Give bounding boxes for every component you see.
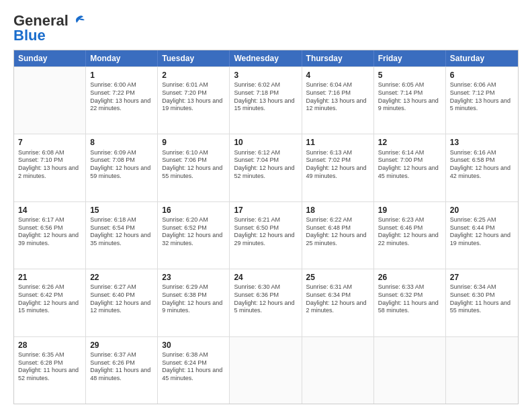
cell-info: Sunrise: 6:21 AM Sunset: 6:50 PM Dayligh…: [234, 216, 297, 248]
sunrise-label: Sunrise: 6:14 AM: [378, 149, 425, 156]
calendar-cell-15: 15 Sunrise: 6:18 AM Sunset: 6:54 PM Dayl…: [86, 202, 158, 269]
sunset-label: Sunset: 7:20 PM: [162, 89, 207, 96]
calendar-row-4: 28 Sunrise: 6:35 AM Sunset: 6:28 PM Dayl…: [14, 336, 518, 404]
calendar-cell-24: 24 Sunrise: 6:30 AM Sunset: 6:36 PM Dayl…: [230, 269, 302, 336]
day-number: 3: [234, 70, 297, 81]
calendar-cell-empty-0-0: [14, 67, 86, 134]
weekday-header-friday: Friday: [374, 50, 446, 66]
calendar: SundayMondayTuesdayWednesdayThursdayFrid…: [13, 50, 519, 404]
sunrise-label: Sunrise: 6:12 AM: [234, 149, 280, 156]
calendar-cell-4: 4 Sunrise: 6:04 AM Sunset: 7:16 PM Dayli…: [302, 67, 374, 134]
daylight-label: Daylight: 12 hours and 19 minutes.: [450, 232, 511, 246]
sunrise-label: Sunrise: 6:20 AM: [162, 216, 208, 223]
sunrise-label: Sunrise: 6:37 AM: [90, 351, 136, 358]
sunrise-label: Sunrise: 6:09 AM: [90, 149, 136, 156]
cell-info: Sunrise: 6:23 AM Sunset: 6:46 PM Dayligh…: [378, 216, 441, 248]
sunset-label: Sunset: 7:18 PM: [234, 89, 279, 96]
calendar-cell-17: 17 Sunrise: 6:21 AM Sunset: 6:50 PM Dayl…: [230, 202, 302, 269]
sunrise-label: Sunrise: 6:38 AM: [162, 351, 208, 358]
sunset-label: Sunset: 6:44 PM: [450, 224, 495, 231]
calendar-cell-14: 14 Sunrise: 6:17 AM Sunset: 6:56 PM Dayl…: [14, 202, 86, 269]
cell-info: Sunrise: 6:30 AM Sunset: 6:36 PM Dayligh…: [234, 283, 297, 315]
calendar-cell-7: 7 Sunrise: 6:08 AM Sunset: 7:10 PM Dayli…: [14, 134, 86, 201]
cell-info: Sunrise: 6:34 AM Sunset: 6:30 PM Dayligh…: [450, 283, 514, 315]
cell-info: Sunrise: 6:33 AM Sunset: 6:32 PM Dayligh…: [378, 283, 441, 315]
cell-info: Sunrise: 6:10 AM Sunset: 7:06 PM Dayligh…: [162, 149, 225, 181]
sunset-label: Sunset: 6:30 PM: [450, 291, 495, 298]
calendar-cell-18: 18 Sunrise: 6:22 AM Sunset: 6:48 PM Dayl…: [302, 202, 374, 269]
daylight-label: Daylight: 12 hours and 15 minutes.: [18, 300, 79, 314]
calendar-cell-25: 25 Sunrise: 6:31 AM Sunset: 6:34 PM Dayl…: [302, 269, 374, 336]
sunrise-label: Sunrise: 6:08 AM: [18, 149, 64, 156]
daylight-label: Daylight: 11 hours and 48 minutes.: [90, 367, 150, 381]
sunset-label: Sunset: 6:58 PM: [450, 156, 495, 163]
day-number: 29: [90, 340, 153, 351]
day-number: 25: [306, 272, 369, 283]
sunset-label: Sunset: 7:04 PM: [234, 156, 279, 163]
calendar-cell-22: 22 Sunrise: 6:27 AM Sunset: 6:40 PM Dayl…: [86, 269, 158, 336]
day-number: 1: [90, 70, 153, 81]
logo-bird-icon: [70, 13, 85, 28]
day-number: 26: [378, 272, 441, 283]
sunset-label: Sunset: 6:32 PM: [378, 291, 423, 298]
sunrise-label: Sunrise: 6:04 AM: [306, 81, 353, 88]
daylight-label: Daylight: 12 hours and 9 minutes.: [162, 300, 222, 314]
sunrise-label: Sunrise: 6:18 AM: [90, 216, 136, 223]
daylight-label: Daylight: 11 hours and 55 minutes.: [450, 300, 511, 314]
sunrise-label: Sunrise: 6:31 AM: [306, 283, 353, 290]
cell-info: Sunrise: 6:25 AM Sunset: 6:44 PM Dayligh…: [450, 216, 514, 248]
sunrise-label: Sunrise: 6:21 AM: [234, 216, 280, 223]
sunset-label: Sunset: 7:08 PM: [90, 156, 135, 163]
calendar-cell-20: 20 Sunrise: 6:25 AM Sunset: 6:44 PM Dayl…: [446, 202, 518, 269]
day-number: 30: [162, 340, 225, 351]
day-number: 18: [306, 205, 369, 216]
calendar-row-0: 1 Sunrise: 6:00 AM Sunset: 7:22 PM Dayli…: [14, 66, 518, 134]
sunset-label: Sunset: 6:48 PM: [306, 224, 351, 231]
calendar-cell-10: 10 Sunrise: 6:12 AM Sunset: 7:04 PM Dayl…: [230, 134, 302, 201]
day-number: 5: [378, 70, 441, 81]
calendar-cell-29: 29 Sunrise: 6:37 AM Sunset: 6:26 PM Dayl…: [86, 337, 158, 404]
weekday-header-saturday: Saturday: [446, 50, 518, 66]
calendar-cell-9: 9 Sunrise: 6:10 AM Sunset: 7:06 PM Dayli…: [158, 134, 230, 201]
sunrise-label: Sunrise: 6:00 AM: [90, 81, 136, 88]
calendar-cell-empty-4-6: [446, 337, 518, 404]
day-number: 14: [18, 205, 81, 216]
weekday-header-monday: Monday: [86, 50, 158, 66]
daylight-label: Daylight: 12 hours and 45 minutes.: [378, 165, 439, 179]
daylight-label: Daylight: 13 hours and 15 minutes.: [234, 97, 294, 112]
cell-info: Sunrise: 6:05 AM Sunset: 7:14 PM Dayligh…: [378, 81, 441, 113]
cell-info: Sunrise: 6:08 AM Sunset: 7:10 PM Dayligh…: [18, 149, 81, 181]
weekday-header-thursday: Thursday: [302, 50, 374, 66]
daylight-label: Daylight: 13 hours and 5 minutes.: [450, 97, 511, 112]
daylight-label: Daylight: 11 hours and 52 minutes.: [18, 367, 79, 381]
sunrise-label: Sunrise: 6:29 AM: [162, 283, 208, 290]
daylight-label: Daylight: 13 hours and 2 minutes.: [18, 165, 79, 179]
sunset-label: Sunset: 6:54 PM: [90, 224, 135, 231]
sunset-label: Sunset: 7:02 PM: [306, 156, 351, 163]
weekday-header-wednesday: Wednesday: [230, 50, 302, 66]
cell-info: Sunrise: 6:31 AM Sunset: 6:34 PM Dayligh…: [306, 283, 369, 315]
calendar-cell-1: 1 Sunrise: 6:00 AM Sunset: 7:22 PM Dayli…: [86, 67, 158, 134]
sunset-label: Sunset: 7:14 PM: [378, 89, 423, 96]
sunset-label: Sunset: 6:26 PM: [90, 359, 135, 366]
cell-info: Sunrise: 6:18 AM Sunset: 6:54 PM Dayligh…: [90, 216, 153, 248]
calendar-cell-empty-4-5: [374, 337, 446, 404]
day-number: 21: [18, 272, 81, 283]
cell-info: Sunrise: 6:29 AM Sunset: 6:38 PM Dayligh…: [162, 283, 225, 315]
daylight-label: Daylight: 12 hours and 22 minutes.: [378, 232, 439, 246]
sunrise-label: Sunrise: 6:22 AM: [306, 216, 353, 223]
sunrise-label: Sunrise: 6:01 AM: [162, 81, 208, 88]
day-number: 11: [306, 137, 369, 148]
sunrise-label: Sunrise: 6:05 AM: [378, 81, 425, 88]
day-number: 6: [450, 70, 514, 81]
calendar-cell-16: 16 Sunrise: 6:20 AM Sunset: 6:52 PM Dayl…: [158, 202, 230, 269]
cell-info: Sunrise: 6:09 AM Sunset: 7:08 PM Dayligh…: [90, 149, 153, 181]
sunrise-label: Sunrise: 6:10 AM: [162, 149, 208, 156]
cell-info: Sunrise: 6:38 AM Sunset: 6:24 PM Dayligh…: [162, 351, 225, 383]
sunset-label: Sunset: 6:46 PM: [378, 224, 423, 231]
calendar-header: SundayMondayTuesdayWednesdayThursdayFrid…: [14, 50, 518, 66]
sunrise-label: Sunrise: 6:16 AM: [450, 149, 496, 156]
sunset-label: Sunset: 6:28 PM: [18, 359, 63, 366]
cell-info: Sunrise: 6:16 AM Sunset: 6:58 PM Dayligh…: [450, 149, 514, 181]
cell-info: Sunrise: 6:06 AM Sunset: 7:12 PM Dayligh…: [450, 81, 514, 113]
